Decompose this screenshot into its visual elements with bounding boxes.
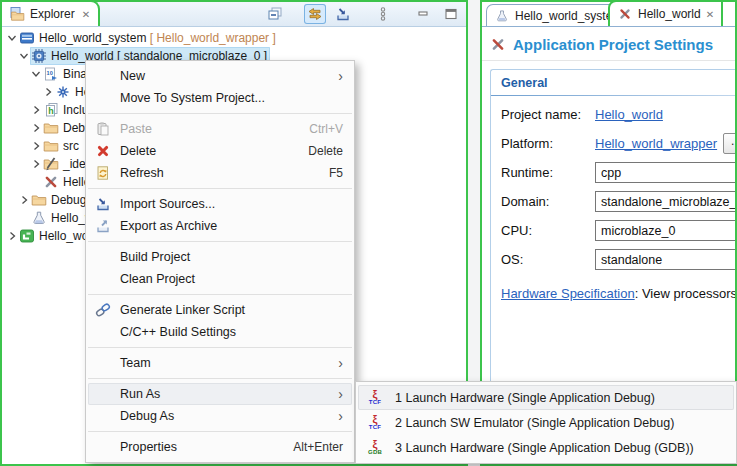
project-name-link[interactable]: Hello_world [595, 107, 663, 122]
icon-spacer [94, 386, 112, 402]
submenu-arrow-icon: › [338, 358, 343, 368]
menu-item-team[interactable]: Team › [88, 352, 352, 374]
menu-item-clean-project[interactable]: Clean Project [88, 268, 352, 290]
icon-spacer [94, 324, 112, 340]
platform-row: Platform: Hello_world_wrapper ... [501, 133, 737, 154]
domain-row: Domain: [501, 191, 737, 212]
close-icon[interactable]: ✕ [82, 9, 90, 20]
project-name-row: Project name: Hello_world [501, 104, 737, 125]
menu-item-import-sources[interactable]: Import Sources... [88, 193, 352, 215]
link-with-editor-toggle[interactable] [304, 4, 326, 24]
chevron-right-icon[interactable] [6, 230, 18, 242]
icon-spacer [94, 90, 112, 106]
binaries-icon: 10 [43, 66, 59, 82]
cpu-input[interactable] [595, 220, 737, 241]
domain-input[interactable] [595, 191, 737, 212]
delete-icon [94, 143, 112, 159]
submenu-arrow-icon: › [338, 71, 343, 81]
page-title-text: Application Project Settings [513, 36, 713, 53]
section-divider [491, 95, 737, 96]
focus-on-active-task-button[interactable] [332, 4, 354, 24]
chevron-right-icon[interactable] [30, 122, 42, 134]
menu-item-export-as-archive[interactable]: Export as Archive [88, 215, 352, 237]
tab-label: Hello_world [638, 7, 701, 21]
chevron-right-icon[interactable] [30, 140, 42, 152]
chevron-right-icon[interactable] [30, 104, 42, 116]
chevron-down-icon[interactable] [6, 32, 18, 44]
menu-separator [88, 378, 352, 379]
platform-browse-button[interactable]: ... [723, 133, 737, 154]
domain-label: Domain: [501, 194, 595, 209]
menu-item-generate-linker-script[interactable]: Generate Linker Script [88, 299, 352, 321]
tree-item-label: _ide [63, 157, 86, 171]
folder-icon [43, 120, 59, 136]
chevron-right-icon[interactable] [18, 194, 30, 206]
menu-item-paste[interactable]: Paste Ctrl+V [88, 118, 352, 140]
menu-item-build-project[interactable]: Build Project [88, 246, 352, 268]
tab-hello-world[interactable]: Hello_world ✕ [608, 0, 723, 26]
icon-spacer [94, 408, 112, 424]
elf-binary-icon [55, 84, 71, 100]
menu-separator [88, 431, 352, 432]
submenu-item-launch-hardware[interactable]: ξ TCF 1 Launch Hardware (Single Applicat… [358, 385, 734, 410]
folder-icon [31, 192, 47, 208]
tab-explorer[interactable]: Explorer ✕ [2, 0, 100, 26]
runtime-input[interactable] [595, 162, 737, 183]
application-project-chip-icon [31, 48, 47, 64]
page-title: Application Project Settings [482, 27, 735, 61]
platform-link[interactable]: Hello_world_wrapper [595, 136, 717, 151]
tools-icon [490, 37, 506, 53]
section-title: General [491, 70, 737, 95]
hardware-specification-link[interactable]: Hardware Specification [501, 286, 635, 301]
collapse-all-button[interactable] [264, 4, 286, 24]
launch-tcf-icon: ξ TCF [365, 390, 385, 405]
menu-item-debug-as[interactable]: Debug As › [88, 405, 352, 427]
chevron-right-icon[interactable] [42, 86, 54, 98]
menu-item-new[interactable]: New › [88, 65, 352, 87]
svg-text:h: h [48, 106, 54, 116]
menu-item-c-cpp-build-settings[interactable]: C/C++ Build Settings [88, 321, 352, 343]
menu-item-delete[interactable]: Delete Delete [88, 140, 352, 162]
includes-icon: h [43, 102, 59, 118]
chevron-down-icon[interactable] [18, 50, 30, 62]
chevron-spacer [18, 212, 30, 224]
cpu-label: CPU: [501, 223, 595, 238]
minimize-button[interactable] [412, 4, 434, 24]
hardware-spec-suffix: : View processors, mem [635, 286, 737, 301]
menu-item-properties[interactable]: Properties Alt+Enter [88, 436, 352, 458]
linker-script-icon [94, 302, 112, 318]
menu-item-run-as[interactable]: Run As › [88, 383, 352, 405]
tree-item-hello-world-system[interactable]: Hello_world_system [ Hello_world_wrapper… [2, 29, 466, 47]
submenu-item-launch-sw-emulator[interactable]: ξ TCF 2 Launch SW Emulator (Single Appli… [358, 410, 734, 435]
project-name-label: Project name: [501, 107, 595, 122]
folder-edit-icon [43, 156, 59, 172]
chevron-down-icon[interactable] [30, 68, 42, 80]
flask-icon [31, 210, 47, 226]
run-as-submenu: ξ TCF 1 Launch Hardware (Single Applicat… [355, 381, 737, 464]
import-icon [94, 196, 112, 212]
menu-separator [88, 188, 352, 189]
project-settings-tools-icon [43, 174, 59, 190]
refresh-icon [94, 165, 112, 181]
os-input[interactable] [595, 249, 737, 270]
close-icon[interactable]: ✕ [706, 9, 714, 20]
settings-tabbar: Hello_world_system Hello_world ✕ [482, 2, 735, 27]
tab-label: Hello_world_system [515, 9, 622, 23]
tree-item-label: Debug [51, 193, 86, 207]
icon-spacer [94, 68, 112, 84]
platform-project-icon [19, 228, 35, 244]
hardware-spec-row: Hardware Specification: View processors,… [501, 286, 737, 301]
chevron-spacer [30, 176, 42, 188]
menu-item-refresh[interactable]: Refresh F5 [88, 162, 352, 184]
chevron-right-icon[interactable] [30, 158, 42, 170]
submenu-item-launch-hardware-gdb[interactable]: ξ GDB 3 Launch Hardware (Single Applicat… [358, 435, 734, 460]
menu-separator [88, 241, 352, 242]
os-row: OS: [501, 249, 737, 270]
view-menu-button[interactable] [372, 4, 394, 24]
os-label: OS: [501, 252, 595, 267]
tree-item-label: src [63, 139, 79, 153]
maximize-button[interactable] [440, 4, 462, 24]
explorer-tab-label: Explorer [30, 7, 75, 21]
menu-item-move-to-system-project[interactable]: Move To System Project... [88, 87, 352, 109]
icon-spacer [94, 271, 112, 287]
